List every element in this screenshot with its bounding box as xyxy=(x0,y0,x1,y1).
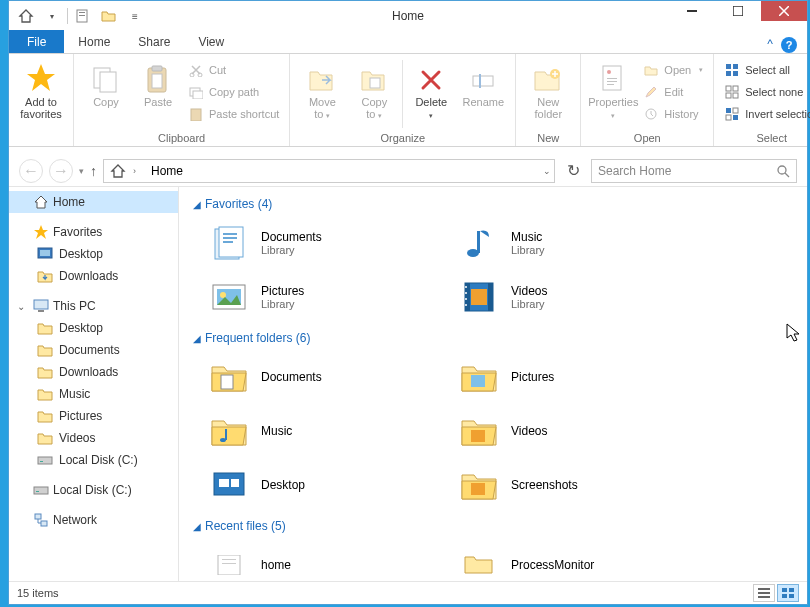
paste-shortcut-button[interactable]: Paste shortcut xyxy=(184,103,283,125)
section-frequent[interactable]: ◢Frequent folders (6) xyxy=(193,327,807,353)
qat-dropdown[interactable]: ▾ xyxy=(41,5,63,27)
select-all-button[interactable]: Select all xyxy=(720,59,810,81)
new-folder-button[interactable]: New folder xyxy=(522,56,574,132)
qat-customize-icon[interactable]: ≡ xyxy=(124,5,146,27)
tree-pc-pictures[interactable]: Pictures xyxy=(9,405,178,427)
svg-rect-24 xyxy=(607,84,614,85)
tree-favorites[interactable]: Favorites xyxy=(9,221,178,243)
svg-marker-5 xyxy=(27,64,55,91)
list-item[interactable]: PicturesLibrary xyxy=(207,273,457,321)
folder-icon xyxy=(457,357,501,397)
svg-rect-78 xyxy=(222,559,236,560)
list-item[interactable]: Desktop xyxy=(207,461,457,509)
address-bar[interactable]: › Home ⌄ xyxy=(103,159,555,183)
qat-home-icon[interactable] xyxy=(15,5,37,27)
up-button[interactable]: ↑ xyxy=(90,163,97,179)
edit-button[interactable]: Edit xyxy=(639,81,707,103)
svg-rect-18 xyxy=(479,74,481,88)
refresh-button[interactable]: ↻ xyxy=(561,159,585,183)
svg-rect-79 xyxy=(222,563,236,564)
navigation-pane[interactable]: Home Favorites Desktop Downloads ⌄This P… xyxy=(9,187,179,581)
new-group-label: New xyxy=(522,132,574,146)
section-recent[interactable]: ◢Recent files (5) xyxy=(193,515,807,541)
minimize-ribbon-icon[interactable]: ^ xyxy=(767,37,773,53)
tree-pc-documents[interactable]: Documents xyxy=(9,339,178,361)
list-item[interactable]: Documents xyxy=(207,353,457,401)
tab-file[interactable]: File xyxy=(9,30,64,53)
tree-pc-videos[interactable]: Videos xyxy=(9,427,178,449)
cut-button[interactable]: Cut xyxy=(184,59,283,81)
select-none-button[interactable]: Select none xyxy=(720,81,810,103)
recent-locations-icon[interactable]: ▾ xyxy=(79,166,84,176)
tree-network[interactable]: Network xyxy=(9,509,178,531)
large-icons-view-button[interactable] xyxy=(777,584,799,602)
history-button[interactable]: History xyxy=(639,103,707,125)
rename-button[interactable]: Rename xyxy=(457,56,509,132)
list-item[interactable]: Music xyxy=(207,407,457,455)
svg-rect-32 xyxy=(726,93,731,98)
tree-pc-music[interactable]: Music xyxy=(9,383,178,405)
add-to-favorites-button[interactable]: Add to favorites xyxy=(15,56,67,132)
qat-properties-icon[interactable] xyxy=(72,5,94,27)
breadcrumb-home[interactable]: Home xyxy=(151,164,183,178)
qat-new-folder-icon[interactable] xyxy=(98,5,120,27)
tree-home[interactable]: Home xyxy=(9,191,178,213)
svg-rect-68 xyxy=(221,375,233,389)
delete-button[interactable]: Delete▾ xyxy=(405,56,457,132)
copy-to-button[interactable]: Copy to ▾ xyxy=(348,56,400,132)
tab-view[interactable]: View xyxy=(184,30,238,53)
help-icon[interactable]: ? xyxy=(781,37,797,53)
invert-selection-button[interactable]: Invert selection xyxy=(720,103,810,125)
tree-pc-downloads[interactable]: Downloads xyxy=(9,361,178,383)
list-item[interactable]: Pictures xyxy=(457,353,707,401)
items-view[interactable]: ◢Favorites (4) DocumentsLibrary MusicLib… xyxy=(179,187,807,581)
maximize-button[interactable] xyxy=(715,1,761,21)
close-button[interactable] xyxy=(761,1,807,21)
tab-home[interactable]: Home xyxy=(64,30,124,53)
title-bar: ▾ ≡ Home xyxy=(9,1,807,31)
music-library-icon xyxy=(457,223,501,263)
svg-rect-83 xyxy=(782,588,787,592)
move-to-button[interactable]: Move to ▾ xyxy=(296,56,348,132)
svg-rect-14 xyxy=(193,91,203,99)
svg-rect-15 xyxy=(191,109,201,121)
tab-share[interactable]: Share xyxy=(124,30,184,53)
copy-button[interactable]: Copy xyxy=(80,56,132,132)
properties-button[interactable]: Properties▾ xyxy=(587,56,639,132)
open-button[interactable]: Open ▾ xyxy=(639,59,707,81)
svg-rect-81 xyxy=(758,592,770,594)
svg-rect-52 xyxy=(223,233,237,235)
copy-path-button[interactable]: Copy path xyxy=(184,81,283,103)
svg-rect-82 xyxy=(758,596,770,598)
folder-icon xyxy=(207,357,251,397)
svg-rect-35 xyxy=(733,108,738,113)
search-box[interactable]: Search Home xyxy=(591,159,797,183)
ribbon: Add to favorites Copy Paste Cut Copy pat… xyxy=(9,54,807,147)
section-favorites[interactable]: ◢Favorites (4) xyxy=(193,193,807,219)
list-item[interactable]: Screenshots xyxy=(457,461,707,509)
tree-pc-local-disk[interactable]: Local Disk (C:) xyxy=(9,449,178,471)
svg-rect-80 xyxy=(758,588,770,590)
list-item[interactable]: ProcessMonitor xyxy=(457,541,707,581)
address-dropdown-icon[interactable]: ⌄ xyxy=(540,166,554,176)
paste-button[interactable]: Paste xyxy=(132,56,184,132)
tree-this-pc[interactable]: ⌄This PC xyxy=(9,295,178,317)
details-view-button[interactable] xyxy=(753,584,775,602)
back-button[interactable]: ← xyxy=(19,159,43,183)
svg-rect-77 xyxy=(218,555,240,575)
list-item[interactable]: VideosLibrary xyxy=(457,273,707,321)
tree-local-disk-root[interactable]: Local Disk (C:) xyxy=(9,479,178,501)
list-item[interactable]: DocumentsLibrary xyxy=(207,219,457,267)
svg-point-64 xyxy=(465,286,467,288)
list-item[interactable]: MusicLibrary xyxy=(457,219,707,267)
list-item[interactable]: Videos xyxy=(457,407,707,455)
tree-fav-desktop[interactable]: Desktop xyxy=(9,243,178,265)
tree-fav-downloads[interactable]: Downloads xyxy=(9,265,178,287)
svg-rect-3 xyxy=(687,10,697,12)
forward-button[interactable]: → xyxy=(49,159,73,183)
svg-rect-27 xyxy=(733,64,738,69)
list-item[interactable]: home xyxy=(207,541,457,581)
address-bar-row: ← → ▾ ↑ › Home ⌄ ↻ Search Home xyxy=(9,155,807,187)
minimize-button[interactable] xyxy=(669,1,715,21)
tree-pc-desktop[interactable]: Desktop xyxy=(9,317,178,339)
